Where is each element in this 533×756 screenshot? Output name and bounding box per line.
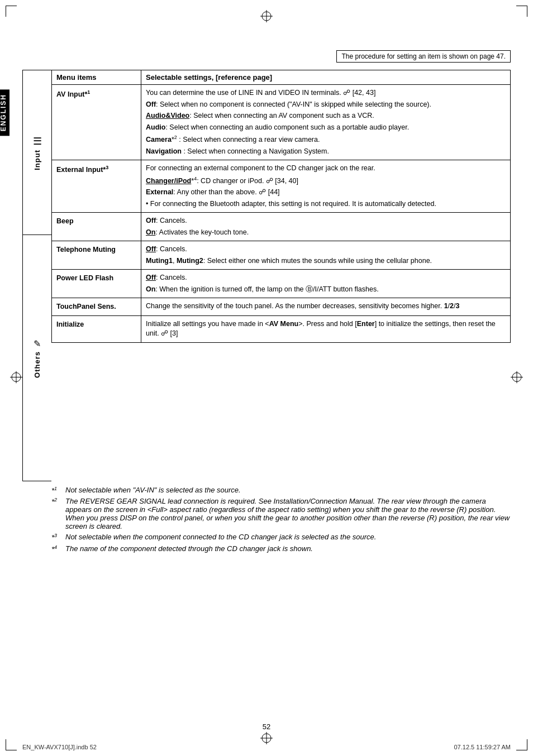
others-label: Others — [33, 351, 41, 378]
settings-telephone-muting: Off: Cancels. Muting1, Muting2: Select e… — [141, 241, 511, 270]
page-number: 52 — [263, 722, 270, 731]
footnotes: *1 Not selectable when "AV-IN" is select… — [51, 486, 511, 556]
table-row: Initialize Initialize all settings you h… — [52, 315, 511, 342]
procedure-box: The procedure for setting an item is sho… — [336, 50, 511, 63]
procedure-text: The procedure for setting an item is sho… — [341, 52, 506, 60]
english-tab: ENGLISH — [0, 89, 9, 136]
content-table: Menu items Selectable settings, [referen… — [51, 70, 511, 343]
menu-item-touchpanel: TouchPanel Sens. — [52, 298, 141, 316]
content-area: The procedure for setting an item is sho… — [22, 50, 511, 722]
input-label: Input — [33, 150, 41, 170]
menu-item-telephone-muting: Telephone Muting — [52, 241, 141, 270]
footer-left: EN_KW-AVX710[J].indb 52 — [22, 744, 97, 750]
svg-point-6 — [512, 373, 521, 382]
svg-point-0 — [262, 12, 271, 21]
menu-item-external-input: External Input*3 — [52, 160, 141, 213]
reg-mark-left — [10, 371, 22, 385]
sidebar-others: ✎ Others — [23, 235, 51, 481]
footnote-4: *4 The name of the component detected th… — [51, 544, 511, 553]
settings-touchpanel: Change the sensitivity of the touch pane… — [141, 298, 511, 316]
col-header-settings: Selectable settings, [reference page] — [141, 70, 511, 85]
menu-item-initialize: Initialize — [52, 315, 141, 342]
footnote-1: *1 Not selectable when "AV-IN" is select… — [51, 486, 511, 495]
footer: EN_KW-AVX710[J].indb 52 07.12.5 11:59:27… — [22, 744, 511, 750]
menu-item-power-led: Power LED Flash — [52, 270, 141, 298]
content-table-wrapper: Menu items Selectable settings, [referen… — [51, 70, 511, 343]
settings-beep: Off: Cancels. On: Activates the key-touc… — [141, 213, 511, 241]
reg-mark-right — [511, 371, 523, 385]
sidebar-input: ☰ Input — [23, 70, 51, 235]
settings-initialize: Initialize all settings you have made in… — [141, 315, 511, 342]
col-header-menu: Menu items — [52, 70, 141, 85]
table-row: AV Input*1 You can determine the use of … — [52, 85, 511, 160]
table-row: Power LED Flash Off: Cancels. On: When t… — [52, 270, 511, 298]
footer-right: 07.12.5 11:59:27 AM — [454, 744, 511, 750]
table-row: TouchPanel Sens. Change the sensitivity … — [52, 298, 511, 316]
settings-power-led: Off: Cancels. On: When the ignition is t… — [141, 270, 511, 298]
footnote-2: *2 The REVERSE GEAR SIGNAL lead connecti… — [51, 497, 511, 530]
table-row: Beep Off: Cancels. On: Activates the key… — [52, 213, 511, 241]
svg-point-3 — [12, 373, 21, 382]
settings-external-input: For connecting an external component to … — [141, 160, 511, 213]
svg-point-9 — [262, 734, 271, 743]
input-icon: ☰ — [33, 135, 42, 147]
reg-mark-top — [260, 10, 273, 24]
table-row: Telephone Muting Off: Cancels. Muting1, … — [52, 241, 511, 270]
footnote-3: *3 Not selectable when the component con… — [51, 533, 511, 542]
menu-item-beep: Beep — [52, 213, 141, 241]
table-row: External Input*3 For connecting an exter… — [52, 160, 511, 213]
others-icon: ✎ — [34, 338, 41, 349]
settings-av-input: You can determine the use of LINE IN and… — [141, 85, 511, 160]
menu-item-av-input: AV Input*1 — [52, 85, 141, 160]
